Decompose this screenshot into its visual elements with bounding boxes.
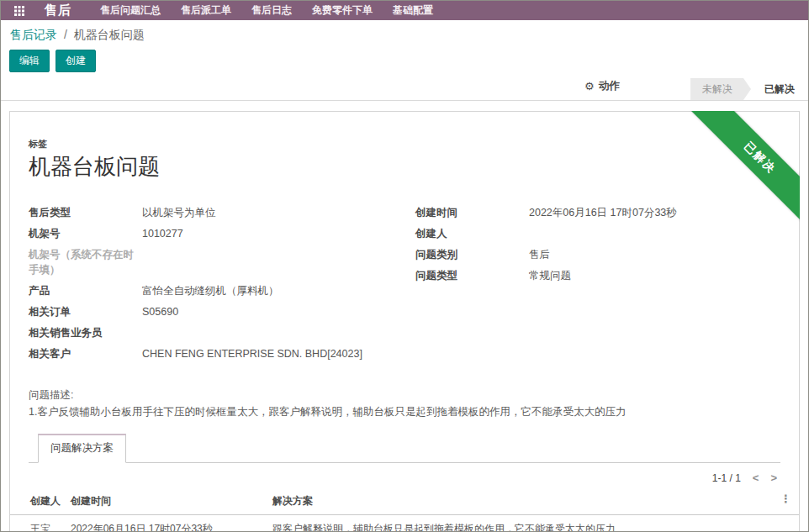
- app-title: 售后: [45, 3, 71, 18]
- apps-grid-icon[interactable]: [14, 6, 24, 16]
- issue-description: 问题描述: 1.客户反馈辅助小台板用手往下压的时候框量太大，跟客户解释说明，辅助…: [29, 387, 780, 420]
- gear-icon: ⚙: [584, 80, 595, 92]
- field-label: 机架号（系统不存在时手填）: [29, 247, 142, 277]
- field-value: 富怡全自动缝纫机（厚料机）: [142, 283, 279, 298]
- field-label: 问题类型: [415, 268, 529, 283]
- field-label: 相关销售业务员: [29, 325, 142, 340]
- field-group-right: 创建时间 2022年06月16日 17时07分33秒 创建人 问题类别 售后 问…: [415, 202, 780, 364]
- field-related-customer: 相关客户 CHEN FENG ENTERPRISE SDN. BHD[24023…: [29, 343, 394, 364]
- cell-create-time: 2022年06月16日 17时07分33秒: [71, 522, 272, 532]
- field-creator: 创建人: [415, 223, 780, 244]
- nav-item-issue-summary[interactable]: 售后问题汇总: [100, 3, 161, 18]
- button-row: 编辑 创建: [9, 50, 795, 71]
- status-state-unresolved[interactable]: 未解决: [690, 78, 751, 100]
- action-menu-label: 动作: [599, 79, 620, 93]
- field-create-time: 创建时间 2022年06月16日 17时07分33秒: [415, 202, 780, 223]
- nav-item-service-log[interactable]: 售后日志: [251, 3, 292, 18]
- cell-solution: 跟客户解释说明，辅助台板只是起到拖着模板的作用，它不能承受太大的压力: [272, 522, 799, 532]
- field-value: 2022年06月16日 17时07分33秒: [529, 205, 677, 220]
- field-value: 售后: [529, 247, 550, 262]
- field-value: S05690: [142, 304, 178, 319]
- solutions-table: 创建人 创建时间 解决方案 ⋮ 王宝 2022年06月16日 17时07分33秒…: [10, 487, 799, 532]
- field-label: 产品: [29, 283, 142, 298]
- nav-item-free-parts-order[interactable]: 免费零件下单: [312, 3, 373, 18]
- status-state-resolved[interactable]: 已解决: [751, 78, 808, 100]
- field-related-order: 相关订单 S05690: [29, 301, 394, 322]
- field-related-salesperson: 相关销售业务员: [29, 322, 394, 343]
- field-label: 创建时间: [415, 205, 529, 220]
- top-navbar: 售后 售后问题汇总 售后派工单 售后日志 免费零件下单 基础配置: [1, 1, 808, 20]
- field-label: 问题类别: [415, 247, 529, 262]
- field-value: 常规问题: [529, 268, 571, 283]
- column-header-solution[interactable]: 解决方案: [272, 494, 799, 508]
- nav-item-dispatch-order[interactable]: 售后派工单: [181, 3, 231, 18]
- record-title: 机器台板问题: [29, 152, 780, 182]
- field-label: 机架号: [29, 226, 142, 241]
- field-value: 1010277: [142, 226, 183, 241]
- column-header-create-time[interactable]: 创建时间: [71, 494, 272, 508]
- field-label: 相关订单: [29, 304, 142, 319]
- breadcrumb-parent-link[interactable]: 售后记录: [10, 28, 57, 41]
- field-value: CHEN FENG ENTERPRISE SDN. BHD[24023]: [142, 346, 362, 361]
- action-menu-button[interactable]: ⚙ 动作: [584, 79, 620, 93]
- create-button[interactable]: 创建: [56, 50, 96, 72]
- nav-menu: 售后问题汇总 售后派工单 售后日志 免费零件下单 基础配置: [100, 3, 433, 18]
- field-value: 以机架号为单位: [142, 205, 216, 220]
- breadcrumb-separator: /: [64, 28, 67, 41]
- tab-solutions[interactable]: 问题解决方案: [38, 434, 126, 463]
- tag-field-label: 标签: [29, 112, 780, 150]
- cell-creator: 王宝: [10, 522, 71, 532]
- notebook-tabs: 问题解决方案: [29, 433, 780, 463]
- field-grid: 售后类型 以机架号为单位 机架号 1010277 机架号（系统不存在时手填） 产…: [29, 202, 780, 364]
- field-issue-type: 问题类型 常规问题: [415, 265, 780, 286]
- breadcrumb: 售后记录 / 机器台板问题: [9, 28, 795, 43]
- field-service-type: 售后类型 以机架号为单位: [29, 202, 394, 223]
- table-row[interactable]: 王宝 2022年06月16日 17时07分33秒 跟客户解释说明，辅助台板只是起…: [10, 515, 799, 532]
- issue-description-text: 1.客户反馈辅助小台板用手往下压的时候框量太大，跟客户解释说明，辅助台板只是起到…: [29, 403, 780, 420]
- column-header-creator[interactable]: 创建人: [10, 494, 71, 508]
- field-frame-number-manual: 机架号（系统不存在时手填）: [29, 244, 394, 280]
- field-issue-category: 问题类别 售后: [415, 244, 780, 265]
- optional-columns-icon[interactable]: ⋮: [780, 492, 791, 505]
- field-frame-number: 机架号 1010277: [29, 223, 394, 244]
- field-label: 相关客户: [29, 346, 142, 361]
- pager-range: 1-1 / 1: [712, 472, 741, 484]
- pager: 1-1 / 1 < >: [29, 471, 780, 484]
- issue-description-label: 问题描述:: [29, 387, 780, 403]
- table-header-row: 创建人 创建时间 解决方案 ⋮: [10, 487, 799, 515]
- edit-button[interactable]: 编辑: [9, 50, 50, 72]
- pager-previous-icon[interactable]: <: [753, 471, 759, 484]
- status-bar: 未解决 已解决: [1, 78, 808, 101]
- nav-item-base-config[interactable]: 基础配置: [393, 3, 433, 18]
- field-group-left: 售后类型 以机架号为单位 机架号 1010277 机架号（系统不存在时手填） 产…: [29, 202, 394, 364]
- breadcrumb-current: 机器台板问题: [74, 28, 145, 41]
- field-product: 产品 富怡全自动缝纫机（厚料机）: [29, 280, 394, 301]
- field-label: 售后类型: [29, 205, 142, 220]
- field-label: 创建人: [415, 226, 529, 241]
- control-panel: 售后记录 / 机器台板问题 编辑 创建 ⚙ 动作: [1, 20, 808, 71]
- pager-next-icon[interactable]: >: [770, 471, 777, 484]
- form-sheet: 已解决 标签 机器台板问题 售后类型 以机架号为单位 机架号 1010277 机…: [9, 111, 800, 532]
